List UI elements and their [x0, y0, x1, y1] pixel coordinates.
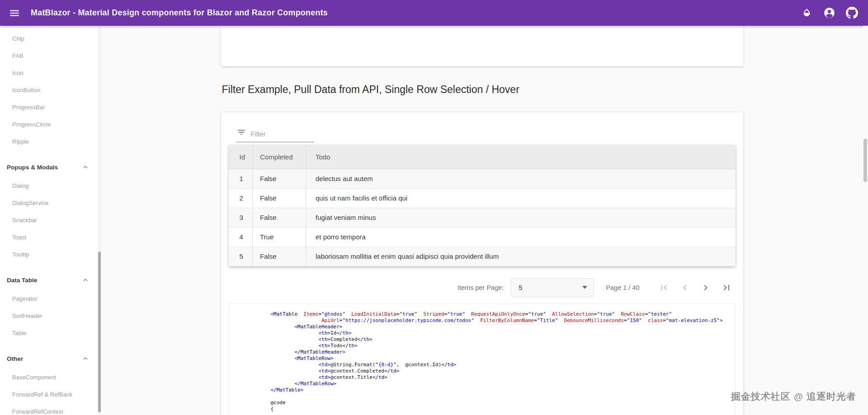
- sidebar-section-label: Other: [7, 355, 23, 362]
- table-cell: fugiat veniam minus: [306, 208, 736, 227]
- sidebar-item-fab[interactable]: FAB: [0, 47, 101, 65]
- code-line: [271, 393, 726, 400]
- code-line: ApiUrl="https://jsonplaceholder.typicode…: [271, 317, 726, 324]
- last-page-icon: [721, 282, 732, 293]
- first-page-icon: [659, 282, 670, 293]
- chevron-left-icon: [679, 282, 690, 293]
- code-line: <td>@String.Format("{0:d}", @context.Id)…: [271, 362, 726, 368]
- table-cell: False: [253, 188, 306, 208]
- table-cell: 3: [229, 208, 253, 227]
- table-row[interactable]: 5Falselaboriosam mollitia et enim quasi …: [229, 247, 736, 266]
- main-content: Filter Example, Pull Data from API, Sing…: [101, 26, 863, 415]
- filter-field[interactable]: [236, 124, 314, 142]
- last-page-button[interactable]: [717, 279, 736, 297]
- table-row[interactable]: 4Trueet porro tempora: [229, 227, 736, 247]
- sidebar-section-label: Popups & Modals: [7, 164, 58, 171]
- github-icon[interactable]: [842, 3, 862, 23]
- code-line: </MatTableRow>: [271, 381, 726, 387]
- code-line: @code: [271, 400, 726, 406]
- items-per-page-select[interactable]: 5: [511, 278, 594, 297]
- sidebar-scrollbar-thumb[interactable]: [98, 252, 101, 412]
- table-cell: False: [253, 169, 306, 188]
- sidebar-item-progressbar[interactable]: ProgressBar: [0, 99, 101, 116]
- app-title: MatBlazor - Material Design components f…: [31, 8, 328, 18]
- table-cell: False: [253, 208, 306, 227]
- table-row[interactable]: 2Falsequis ut nam facilis et officia qui: [229, 188, 736, 208]
- first-page-button[interactable]: [655, 279, 673, 297]
- sidebar-scrollbar[interactable]: [98, 26, 101, 415]
- sidebar-section-data-table[interactable]: Data Table: [0, 270, 101, 290]
- table-cell: laboriosam mollitia et enim quasi adipis…: [306, 247, 736, 266]
- theme-drop-icon: [802, 8, 812, 18]
- account-icon[interactable]: [819, 3, 839, 23]
- sidebar-item-sortheader[interactable]: SortHeader: [0, 308, 101, 325]
- sidebar-item-chip[interactable]: Chip: [0, 30, 101, 47]
- filter-input[interactable]: [251, 130, 304, 138]
- chevron-up-icon: [81, 163, 90, 171]
- sidebar-item-forwardref-refback[interactable]: ForwardRef & RefBack: [0, 386, 101, 403]
- code-line: </MatTable>: [271, 387, 726, 393]
- sidebar: ChipFABIconIconButtonProgressBarProgress…: [0, 26, 101, 415]
- chevron-up-icon: [81, 276, 90, 284]
- table-row[interactable]: 3Falsefugiat veniam minus: [229, 208, 736, 227]
- sidebar-item-tooltip[interactable]: Tooltip: [0, 246, 101, 263]
- sidebar-item-dialog[interactable]: Dialog: [0, 177, 101, 195]
- sidebar-item-forwardrefcontext[interactable]: ForwardRefContext: [0, 403, 101, 415]
- code-line: <MatTable Items="@todos" LoadInitialData…: [271, 311, 726, 317]
- table-cell: True: [253, 227, 306, 247]
- sidebar-item-progresscircle[interactable]: ProgressCircle: [0, 116, 101, 133]
- table-cell: 4: [229, 227, 253, 247]
- filter-list-icon: [236, 127, 246, 137]
- hamburger-icon: [9, 7, 20, 19]
- code-line: <th>Id</th>: [271, 330, 726, 336]
- sidebar-item-dialogservice[interactable]: DialogService: [0, 195, 101, 212]
- sidebar-item-ripple[interactable]: Ripple: [0, 133, 101, 150]
- table-cell: et porro tempora: [306, 227, 736, 247]
- sidebar-item-table[interactable]: Table: [0, 325, 101, 342]
- table-row[interactable]: 1Falsedelectus aut autem: [229, 169, 736, 188]
- github-mark-icon: [846, 7, 858, 19]
- table-cell: 1: [229, 169, 253, 188]
- code-block: <MatTable Items="@todos" LoadInitialData…: [229, 303, 736, 415]
- column-header-completed[interactable]: Completed: [253, 145, 306, 169]
- section-heading: Filter Example, Pull Data from API, Sing…: [222, 84, 743, 96]
- account-circle-icon: [823, 7, 835, 19]
- invert-colors-icon[interactable]: [797, 3, 816, 23]
- menu-icon[interactable]: [5, 3, 24, 23]
- column-header-todo[interactable]: Todo: [306, 145, 736, 169]
- sidebar-item-iconbutton[interactable]: IconButton: [0, 82, 101, 99]
- sidebar-item-basecomponent[interactable]: BaseComponent: [0, 369, 101, 386]
- items-per-page-label: Items per Page:: [458, 284, 504, 291]
- sidebar-section-popups-modals[interactable]: Popups & Modals: [0, 157, 101, 177]
- next-page-button[interactable]: [697, 279, 715, 297]
- paginator: Items per Page: 5 Page 1 / 40: [229, 275, 736, 301]
- page-scrollbar[interactable]: [863, 26, 868, 415]
- demo-card: IdCompletedTodo 1Falsedelectus aut autem…: [221, 112, 743, 415]
- code-line: <MatTableHeader>: [271, 324, 726, 330]
- table-cell: delectus aut autem: [306, 169, 736, 188]
- table-cell: 5: [229, 247, 253, 266]
- code-line: <th>Todo</th>: [271, 343, 726, 349]
- sidebar-item-icon[interactable]: Icon: [0, 65, 101, 82]
- prev-page-button[interactable]: [676, 279, 694, 297]
- chevron-up-icon: [81, 354, 90, 363]
- page-indicator: Page 1 / 40: [606, 284, 639, 291]
- column-header-id[interactable]: Id: [229, 145, 253, 169]
- code-line: <td>@context.Title</td>: [271, 374, 726, 381]
- sidebar-nav-list: ChipFABIconIconButtonProgressBarProgress…: [0, 26, 101, 415]
- table-header-row: IdCompletedTodo: [229, 145, 736, 169]
- previous-example-card: [221, 26, 743, 66]
- sidebar-item-toast[interactable]: Toast: [0, 229, 101, 246]
- code-line: <th>Completed</th>: [271, 336, 726, 343]
- code-line: {: [271, 406, 726, 412]
- appbar-actions: [797, 3, 862, 23]
- page-scrollbar-thumb[interactable]: [863, 139, 867, 182]
- sidebar-item-snackbar[interactable]: Snackbar: [0, 212, 101, 229]
- app-bar: MatBlazor - Material Design components f…: [0, 0, 868, 26]
- sidebar-section-other[interactable]: Other: [0, 348, 101, 369]
- table-body: 1Falsedelectus aut autem2Falsequis ut na…: [229, 169, 736, 266]
- sidebar-item-paginator[interactable]: Paginator: [0, 290, 101, 308]
- watermark: 掘金技术社区 @ 追逐时光者: [731, 390, 856, 403]
- code-line: </MatTableHeader>: [271, 349, 726, 355]
- table-cell: False: [253, 247, 306, 266]
